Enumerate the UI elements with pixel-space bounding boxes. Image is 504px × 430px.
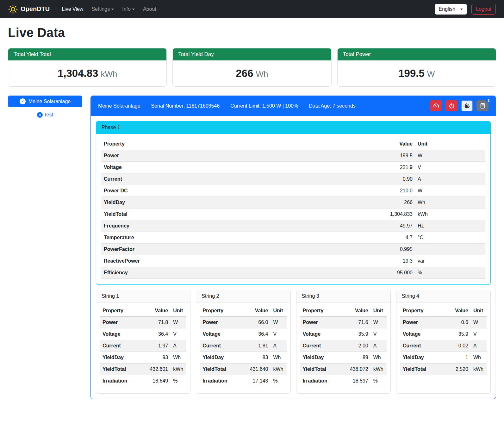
inverter-data-age: Data Age: 7 seconds	[309, 103, 356, 109]
property-cell: YieldTotal	[100, 364, 144, 375]
table-row: Irradiation18.597%	[300, 375, 387, 387]
unit-cell: A	[371, 340, 387, 352]
string-table: Property Value Unit Power71.6WVoltage35.…	[300, 305, 387, 387]
nav-item-info[interactable]: Info	[119, 4, 138, 15]
card-value: 1,304.83	[58, 67, 98, 79]
inverter-sidebar: ✓ Meine Solaranlage ✕ test	[8, 96, 82, 118]
unit-cell: %	[371, 375, 387, 387]
phase-table: Property Value Unit Power199.5WVoltage22…	[101, 138, 485, 279]
power-toggle-button[interactable]	[445, 100, 457, 111]
inverter-select-label: Meine Solaranlage	[28, 99, 71, 104]
chevron-down-icon	[111, 9, 114, 10]
language-select[interactable]: English	[435, 4, 467, 15]
card-body: 266Wh	[173, 60, 331, 86]
value-cell: 431.640	[244, 364, 271, 375]
unit-cell: A	[171, 340, 186, 352]
device-info-button[interactable]	[461, 100, 473, 111]
summary-cards: Total Yield Total 1,304.83kWh Total Yiel…	[8, 48, 496, 87]
string-card-3: String 3 Property Value Unit Power71.6WV…	[296, 290, 391, 394]
logout-button[interactable]: Logout	[471, 4, 496, 15]
table-row: YieldDay266Wh	[101, 197, 485, 209]
unit-header: Unit	[271, 305, 287, 317]
value-cell: 17.143	[244, 375, 271, 387]
property-cell: YieldDay	[400, 352, 444, 364]
inverter-item-test[interactable]: ✕ test	[8, 112, 82, 118]
property-cell: YieldDay	[101, 197, 368, 209]
nav-item-about[interactable]: About	[140, 4, 159, 15]
table-header-row: Property Value Unit	[200, 305, 286, 317]
string-table: Property Value Unit Power66.0WVoltage36.…	[200, 305, 286, 387]
unit-cell: V	[415, 162, 485, 173]
table-row: Power199.5W	[101, 150, 485, 162]
unit-cell: V	[271, 328, 287, 340]
value-cell: 2.00	[344, 340, 371, 352]
unit-cell: W	[371, 317, 387, 328]
inverter-select-button[interactable]: ✓ Meine Solaranlage	[8, 96, 82, 107]
value-cell: 36.4	[144, 328, 171, 340]
table-row: Current0.90A	[101, 173, 485, 185]
property-cell: Efficiency	[101, 267, 368, 279]
table-row: ReactivePower19.3var	[101, 255, 485, 267]
sun-icon	[8, 4, 18, 14]
nav-links: Live View Settings Info About	[59, 4, 434, 15]
string-card-body: Property Value Unit Power71.8WVoltage36.…	[96, 302, 190, 393]
property-cell: Voltage	[101, 162, 368, 173]
property-cell: YieldTotal	[200, 364, 244, 375]
string-title: String 1	[96, 290, 190, 302]
table-row: Efficiency95.000%	[101, 267, 485, 279]
unit-cell: kWh	[371, 364, 387, 375]
chevron-down-icon	[132, 9, 135, 10]
property-cell: ReactivePower	[101, 255, 368, 267]
property-cell: Power	[100, 317, 144, 328]
inverter-name: Meine Solaranlage	[98, 103, 140, 109]
value-header: Value	[144, 305, 171, 317]
value-cell: 19.3	[368, 255, 415, 267]
property-cell: PowerFactor	[101, 244, 368, 255]
x-circle-icon: ✕	[37, 112, 43, 118]
power-icon	[449, 103, 455, 109]
card-title: Total Yield Day	[173, 48, 331, 60]
brand-link[interactable]: OpenDTU	[8, 4, 50, 14]
unit-cell: A	[471, 340, 487, 352]
value-cell: 49.97	[368, 220, 415, 232]
value-cell: 35.9	[344, 328, 371, 340]
check-circle-icon: ✓	[20, 98, 26, 104]
event-log-button[interactable]: 2	[476, 100, 488, 111]
table-header-row: Property Value Unit	[101, 138, 485, 150]
chevron-down-icon	[460, 9, 463, 10]
unit-header: Unit	[471, 305, 487, 317]
unit-cell: kWh	[171, 364, 186, 375]
property-cell: Power	[200, 317, 244, 328]
unit-cell: V	[471, 328, 487, 340]
unit-cell: %	[171, 375, 186, 387]
limit-settings-button[interactable]	[430, 100, 442, 111]
property-cell: YieldDay	[300, 352, 344, 364]
card-body: 1,304.83kWh	[8, 60, 166, 86]
table-row: Current2.00A	[300, 340, 387, 352]
table-row: Temperature4.7°C	[101, 232, 485, 244]
language-value: English	[439, 6, 455, 12]
card-total-yield-day: Total Yield Day 266Wh	[172, 48, 331, 87]
value-cell: 18.649	[144, 375, 171, 387]
value-header: Value	[444, 305, 471, 317]
unit-cell: Wh	[471, 352, 487, 364]
property-cell: Current	[100, 340, 144, 352]
unit-cell: %	[271, 375, 287, 387]
table-row: Power71.6W	[300, 317, 387, 328]
journal-icon	[480, 103, 486, 109]
unit-cell: V	[171, 328, 186, 340]
unit-header: Unit	[171, 305, 186, 317]
value-cell: 221.9	[368, 162, 415, 173]
nav-item-settings[interactable]: Settings	[88, 4, 117, 15]
property-header: Property	[300, 305, 344, 317]
string-title: String 3	[296, 290, 390, 302]
table-row: Voltage221.9V	[101, 162, 485, 173]
navbar: OpenDTU Live View Settings Info About En…	[0, 0, 504, 18]
nav-item-live-view[interactable]: Live View	[59, 4, 86, 15]
table-row: Power66.0W	[200, 317, 286, 328]
card-value: 199.5	[398, 67, 425, 79]
string-card-body: Property Value Unit Power71.6WVoltage35.…	[296, 302, 390, 393]
unit-cell: kWh	[415, 209, 485, 220]
value-cell: 1.97	[144, 340, 171, 352]
table-row: YieldTotal432.601kWh	[100, 364, 186, 375]
